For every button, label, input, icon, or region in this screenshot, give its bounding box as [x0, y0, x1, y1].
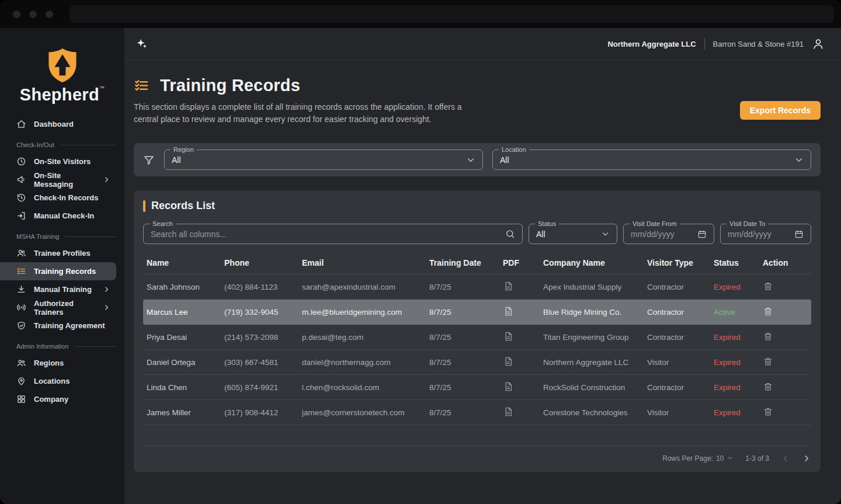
user-icon[interactable]	[812, 37, 825, 50]
status-badge: Active	[710, 308, 759, 317]
cell-email: l.chen@rocksolid.com	[298, 383, 426, 392]
table-row-daniel-ortega[interactable]: Daniel Ortega(303) 667-4581daniel@northe…	[143, 350, 811, 375]
trash-icon[interactable]	[763, 381, 773, 392]
status-select[interactable]: Status All	[529, 224, 617, 244]
location-label: Location	[499, 145, 529, 154]
trash-icon[interactable]	[763, 331, 773, 342]
cell-email: m.lee@blueridgemining.com	[298, 308, 426, 317]
trash-icon[interactable]	[763, 356, 773, 367]
sidebar-item-manual-check-in[interactable]: Manual Check-In	[0, 207, 116, 225]
sidebar-item-label: Locations	[34, 377, 69, 385]
pdf-file-icon[interactable]	[503, 331, 513, 342]
search-input[interactable]	[151, 230, 505, 239]
calendar-icon[interactable]	[697, 230, 707, 239]
filter-bar: Region All Location All	[134, 143, 821, 176]
brand-logo: Shepherd™	[0, 28, 124, 105]
sidebar-item-dashboard[interactable]: Dashboard	[0, 115, 116, 133]
sidebar-item-training-agreement[interactable]: Training Agreement	[0, 317, 116, 335]
export-records-button[interactable]: Export Records	[740, 101, 821, 120]
browser-chrome	[0, 0, 841, 28]
rows-per-page-control[interactable]: Rows Per Page: 10	[662, 454, 734, 463]
cell-company-name: Northern Aggregate LLC	[540, 358, 644, 367]
cell-visitor-type: Contractor	[644, 283, 710, 291]
megaphone-icon	[16, 175, 26, 185]
rows-per-page-value: 10	[716, 454, 724, 463]
column-header-pdf: PDF	[499, 258, 540, 267]
filter-icon	[143, 154, 155, 166]
visit-date-to-field[interactable]: Visit Date To mm/dd/yyyy	[720, 224, 811, 244]
check-in-icon	[16, 211, 26, 221]
sidebar-item-check-in-records[interactable]: Check-In Records	[0, 189, 116, 207]
records-list-title: Records List	[151, 200, 215, 212]
sidebar-item-label: Company	[34, 395, 68, 404]
next-page-button[interactable]	[802, 454, 811, 463]
pdf-file-icon[interactable]	[503, 356, 513, 367]
pdf-file-icon[interactable]	[503, 406, 513, 417]
calendar-icon[interactable]	[794, 230, 804, 239]
sidebar-item-regions[interactable]: Regions	[0, 354, 116, 372]
cell-training-date: 8/7/25	[426, 383, 499, 392]
cell-training-date: 8/7/25	[426, 333, 499, 342]
sidebar-item-trainee-profiles[interactable]: Trainee Profiles	[0, 244, 116, 262]
cell-name: Daniel Ortega	[143, 358, 221, 367]
table-row-marcus-lee[interactable]: Marcus Lee(719) 332-9045m.lee@blueridgem…	[143, 300, 811, 325]
trash-icon[interactable]	[763, 281, 773, 291]
window-dot	[13, 11, 20, 18]
search-field[interactable]: Search	[143, 224, 523, 244]
topbar: Northern Aggregate LLC Barron Sand & Sto…	[124, 28, 841, 60]
cell-email: james@cornerstonetech.com	[298, 408, 426, 417]
cell-visitor-type: Visitor	[644, 408, 710, 417]
records-list-card: Records List Search Status All	[134, 190, 821, 472]
download-icon	[16, 284, 26, 294]
sidebar-item-label: Trainee Profiles	[34, 249, 91, 258]
sidebar-item-label: Training Records	[34, 267, 96, 276]
trash-icon[interactable]	[763, 406, 773, 417]
chevron-down-icon	[601, 230, 610, 238]
sidebar-item-label: Manual Check-In	[34, 211, 94, 220]
sidebar-item-on-site-visitors[interactable]: On-Site Visitors	[0, 152, 116, 171]
cell-training-date: 8/7/25	[426, 283, 499, 291]
pdf-file-icon[interactable]	[503, 306, 513, 317]
column-header-action: Action	[759, 258, 811, 267]
column-header-training-date: Training Date	[426, 258, 499, 267]
sparkles-icon[interactable]	[135, 37, 148, 50]
table-row-james-miller[interactable]: James Miller(317) 908-4412james@cornerst…	[143, 400, 811, 425]
sidebar-item-company[interactable]: Company	[0, 390, 116, 408]
table-row-sarah-johnson[interactable]: Sarah Johnson(402) 884-1123sarah@apexind…	[143, 274, 811, 300]
pdf-file-icon[interactable]	[503, 281, 513, 291]
location-select[interactable]: Location All	[492, 150, 811, 170]
search-icon	[505, 229, 515, 239]
sidebar-item-authorized-trainers[interactable]: Authorized Trainers	[0, 298, 116, 317]
visit-date-to-placeholder: mm/dd/yyyy	[728, 230, 772, 239]
address-bar[interactable]	[69, 5, 834, 23]
status-badge: Expired	[710, 408, 759, 417]
region-label: Region	[171, 145, 197, 154]
region-select[interactable]: Region All	[164, 150, 483, 170]
visit-date-to-label: Visit Date To	[727, 220, 768, 228]
visit-date-from-field[interactable]: Visit Date From mm/dd/yyyy	[623, 224, 714, 244]
window-dot	[29, 11, 37, 18]
sidebar-item-locations[interactable]: Locations	[0, 372, 116, 390]
cell-training-date: 8/7/25	[426, 308, 499, 317]
trademark: ™	[99, 85, 105, 91]
sidebar-item-label: Manual Training	[34, 285, 92, 294]
cell-email: sarah@apexindustrial.com	[298, 283, 426, 291]
status-label: Status	[535, 220, 559, 228]
page-content: Training Records This section displays a…	[124, 60, 841, 504]
topbar-company: Northern Aggregate LLC	[607, 40, 696, 48]
app-window: Shepherd™ DashboardCheck-In/OutOn-Site V…	[0, 0, 841, 504]
trash-icon[interactable]	[763, 306, 773, 317]
sidebar-item-on-site-messaging[interactable]: On-Site Messaging	[0, 171, 116, 189]
sidebar: Shepherd™ DashboardCheck-In/OutOn-Site V…	[0, 28, 124, 504]
sidebar-item-manual-training[interactable]: Manual Training	[0, 280, 116, 298]
sidebar-nav: DashboardCheck-In/OutOn-Site VisitorsOn-…	[0, 105, 124, 408]
sidebar-item-training-records[interactable]: Training Records	[0, 262, 116, 280]
chevron-down-icon	[466, 155, 475, 165]
cell-company-name: Corestone Technologies	[540, 408, 644, 417]
table-row-linda-chen[interactable]: Linda Chen(605) 874-9921l.chen@rocksolid…	[143, 375, 811, 400]
previous-page-button[interactable]	[781, 454, 790, 463]
table-row-priya-desai[interactable]: Priya Desai(214) 573-2098p.desai@teg.com…	[143, 325, 811, 350]
pdf-file-icon[interactable]	[503, 381, 513, 392]
status-badge: Expired	[710, 358, 759, 367]
region-value: All	[172, 155, 181, 165]
